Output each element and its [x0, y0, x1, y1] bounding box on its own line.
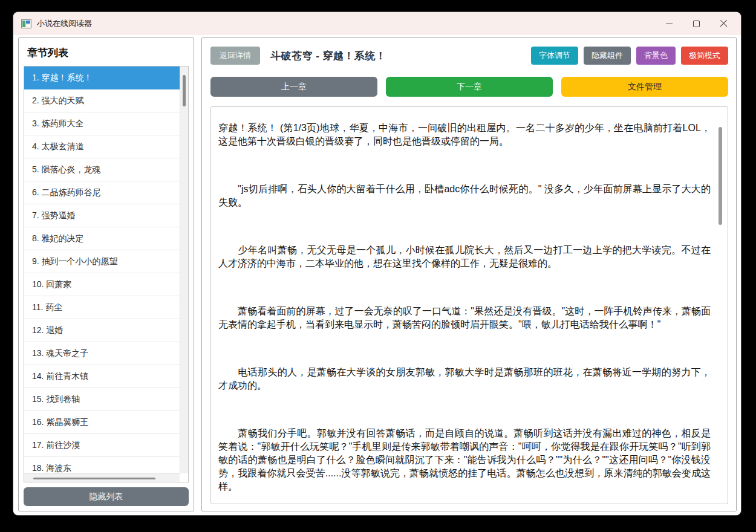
- back-to-details-button[interactable]: 返回详情: [210, 47, 260, 65]
- previous-chapter-button[interactable]: 上一章: [210, 77, 377, 97]
- chapter-list-item[interactable]: 11. 药尘: [24, 296, 180, 319]
- chapter-list-scrollbar-horizontal[interactable]: [24, 473, 180, 482]
- minimize-icon: [666, 24, 673, 24]
- chapter-list-item[interactable]: 15. 找到卷轴: [24, 388, 180, 411]
- chapter-list-scrollbar-vertical[interactable]: [180, 66, 188, 473]
- chapter-list-item[interactable]: 18. 海波东: [24, 457, 180, 473]
- reader-panel: 返回详情 斗破苍穹 - 穿越！系统！ 字体调节 隐藏组件 背景色 极简模式 上一…: [201, 37, 737, 511]
- scrollbar-thumb[interactable]: [33, 478, 155, 479]
- chapter-list-item[interactable]: 6. 二品炼药师谷尼: [24, 181, 180, 204]
- app-icon: [21, 19, 31, 28]
- chapter-list-item[interactable]: 9. 抽到一个小小的愿望: [24, 250, 180, 273]
- chapter-list-item[interactable]: 7. 强势逼婚: [24, 204, 180, 227]
- reader-header: 返回详情 斗破苍穹 - 穿越！系统！ 字体调节 隐藏组件 背景色 极简模式: [210, 47, 728, 65]
- scrollbar-thumb[interactable]: [719, 127, 722, 225]
- reading-text-area[interactable]: 穿越！系统！ (第1/3页)地球，华夏，中海市，一间破旧的出租屋内。一名二十多岁…: [210, 106, 728, 504]
- reader-toolbar: 字体调节 隐藏组件 背景色 极简模式: [531, 47, 728, 65]
- toolbar-button[interactable]: 背景色: [636, 47, 676, 65]
- window-title: 小说在线阅读器: [37, 18, 92, 29]
- chapter-paragraph: 穿越！系统！ (第1/3页)地球，华夏，中海市，一间破旧的出租屋内。一名二十多岁…: [218, 122, 711, 148]
- chapter-list-item[interactable]: 1. 穿越！系统！: [24, 66, 180, 89]
- chapter-paragraph: "js切后排啊，石头人你的大留着干什么用，卧槽adc你什么时候死的。" 没多久，…: [218, 183, 711, 209]
- chapter-list-item[interactable]: 17. 前往沙漠: [24, 434, 180, 457]
- chapter-list-item[interactable]: 3. 炼药师大全: [24, 112, 180, 135]
- chapter-paragraph: 少年名叫萧畅，无父无母是一个孤儿，小时候在孤儿院长大，然后又一边打工一边上学的把…: [218, 244, 711, 270]
- chapter-list-item[interactable]: 5. 陨落心炎，龙魂: [24, 158, 180, 181]
- chapter-list-item[interactable]: 4. 太极玄清道: [24, 135, 180, 158]
- chapter-list-item[interactable]: 13. 魂天帝之子: [24, 342, 180, 365]
- chapter-list-item[interactable]: 2. 强大的天赋: [24, 89, 180, 112]
- hide-list-button[interactable]: 隐藏列表: [24, 487, 189, 506]
- chapter-paragraph: 萧畅我们分手吧。郭敏并没有回答萧畅话，而是自顾自的说道。萧畅听到这话并没有漏出难…: [218, 427, 711, 493]
- app-window: 小说在线阅读器 章节列表 1. 穿越！系统！ 2. 强大的天赋 3. 炼药师大全: [13, 12, 741, 515]
- window-controls: [656, 13, 737, 34]
- chapter-list-item[interactable]: 8. 雅妃的决定: [24, 227, 180, 250]
- chapter-list-item[interactable]: 12. 退婚: [24, 319, 180, 342]
- file-manager-button[interactable]: 文件管理: [561, 77, 728, 97]
- text-scrollbar-vertical[interactable]: [717, 108, 724, 502]
- chapter-list-item[interactable]: 16. 紫晶翼狮王: [24, 411, 180, 434]
- chapter-paragraph: 电话那头的人，是萧畅在大学谈的女朋友郭敏，郭敏大学时是萧畅那班的班花，在萧畅将近…: [218, 366, 711, 392]
- maximize-icon: [693, 21, 700, 27]
- toolbar-button[interactable]: 隐藏组件: [584, 47, 631, 65]
- chapter-list-item[interactable]: 14. 前往青木镇: [24, 365, 180, 388]
- chapter-list-item[interactable]: 10. 回萧家: [24, 273, 180, 296]
- chapter-list-box: 1. 穿越！系统！ 2. 强大的天赋 3. 炼药师大全 4. 太极玄清道 5. …: [24, 66, 189, 482]
- close-button[interactable]: [710, 13, 737, 34]
- chapter-panel-title: 章节列表: [27, 46, 189, 60]
- next-chapter-button[interactable]: 下一章: [386, 77, 553, 97]
- main-content: 章节列表 1. 穿越！系统！ 2. 强大的天赋 3. 炼药师大全 4. 太极玄清…: [13, 35, 741, 515]
- chapter-text: 穿越！系统！ (第1/3页)地球，华夏，中海市，一间破旧的出租屋内。一名二十多岁…: [218, 122, 711, 500]
- scrollbar-thumb[interactable]: [183, 75, 186, 106]
- maximize-button[interactable]: [683, 13, 710, 34]
- toolbar-button[interactable]: 字体调节: [531, 47, 578, 65]
- chapter-nav: 上一章 下一章 文件管理: [210, 77, 728, 97]
- chapter-paragraph: 萧畅看着面前的屏幕，过了一会无奈的叹了一口气道："果然还是没有晋级。"这时，一阵…: [218, 305, 711, 331]
- chapter-list: 1. 穿越！系统！ 2. 强大的天赋 3. 炼药师大全 4. 太极玄清道 5. …: [24, 66, 180, 473]
- minimize-button[interactable]: [656, 13, 683, 34]
- book-chapter-title: 斗破苍穹 - 穿越！系统！: [270, 49, 386, 63]
- chapter-panel: 章节列表 1. 穿越！系统！ 2. 强大的天赋 3. 炼药师大全 4. 太极玄清…: [18, 37, 194, 511]
- toolbar-button[interactable]: 极简模式: [681, 47, 728, 65]
- close-icon: [720, 20, 728, 28]
- titlebar: 小说在线阅读器: [13, 12, 741, 35]
